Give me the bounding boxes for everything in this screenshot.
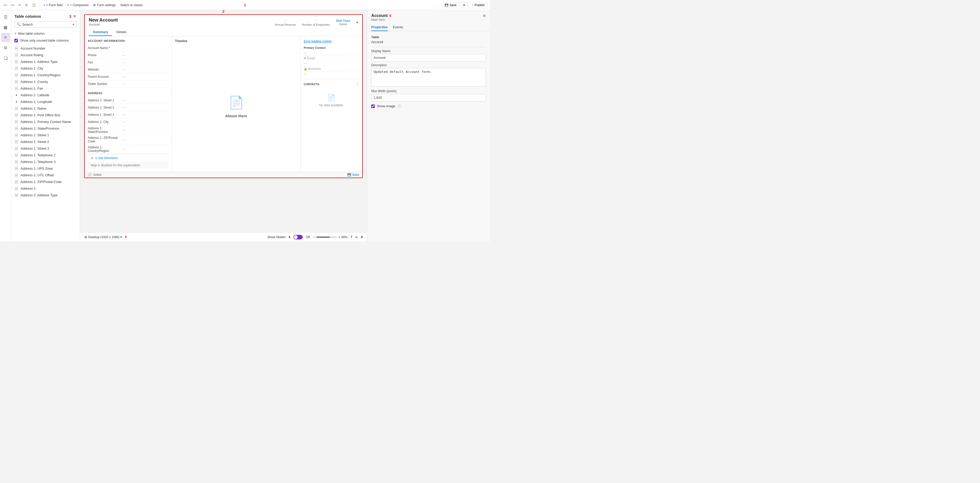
list-item[interactable]: ≡Address 1: State/Province — [11, 125, 80, 132]
form-field-label: + Form field — [46, 3, 63, 7]
form-expand-button[interactable]: ▾ — [356, 20, 358, 24]
list-item[interactable]: ≡Address 1: Country/Region — [11, 72, 80, 78]
props-tab-events[interactable]: Events — [393, 24, 403, 31]
text-icon: ≡ — [14, 66, 19, 70]
form-canvas-wrapper: 2 New Account Account — [84, 14, 363, 178]
list-item[interactable]: ≡Address 2: Address Type — [11, 192, 80, 198]
form-title: New Account — [89, 18, 118, 23]
form-preview-inner[interactable]: 2 New Account Account — [80, 10, 367, 232]
almost-there-text: Almost there — [225, 114, 247, 118]
list-item[interactable]: ≡Address 1: UPS Zone — [11, 165, 80, 172]
component-button[interactable]: + + Component — [65, 2, 91, 8]
form-tabs: Summary Details — [89, 28, 358, 36]
list-item[interactable]: ≡Address 1: Address Type — [11, 58, 80, 65]
sidebar-components-btn[interactable]: ❏ — [1, 53, 10, 63]
filter-icon[interactable]: ▾ — [73, 22, 75, 26]
column-label: Address 1: Name — [21, 107, 46, 110]
owner-link[interactable]: Matt Peart — [336, 19, 350, 22]
tab-details[interactable]: Details — [112, 28, 130, 36]
publish-button[interactable]: ↑ Publish — [469, 2, 488, 8]
save-disk-icon: 💾 — [347, 173, 351, 177]
paste-button[interactable]: 📋 — [30, 2, 38, 8]
text-icon: ≡ — [14, 166, 19, 171]
list-item[interactable]: ≡Account Number — [11, 45, 80, 52]
column-label: Address 1: Street 1 — [21, 133, 49, 137]
info-icon[interactable]: ⓘ — [398, 104, 401, 108]
device-dropdown-icon: ▾ — [120, 235, 122, 239]
text-icon: ≡ — [14, 173, 19, 177]
save-button[interactable]: 💾 Save — [442, 2, 459, 8]
max-width-input[interactable] — [371, 94, 486, 101]
switch-classic-button[interactable]: Switch to classic — [118, 2, 145, 8]
save-dropdown-button[interactable]: ▾ — [460, 2, 468, 8]
field-phone: Phone --- — [88, 52, 169, 59]
description-textarea[interactable]: Updated default Account form. — [371, 68, 486, 86]
list-item[interactable]: ≡Address 1: Street 3 — [11, 145, 80, 152]
zoom-minus-button[interactable]: − — [313, 235, 315, 239]
form-field-button[interactable]: + + Form field — [41, 2, 65, 8]
list-item[interactable]: ≡Address 1: Post Office Box — [11, 112, 80, 118]
search-icon: 🔍 — [17, 22, 21, 26]
list-item[interactable]: ●Address 1: Latitude — [11, 92, 80, 98]
text-icon: ≡ — [14, 53, 19, 57]
redo-button[interactable]: ↪ — [9, 2, 16, 8]
list-item[interactable]: ≡Address 1: Street 2 — [11, 138, 80, 145]
sidebar-columns-btn[interactable]: ≡ — [1, 33, 10, 42]
zoom-plus-button[interactable]: + — [338, 235, 340, 239]
zoom-slider[interactable] — [316, 237, 337, 238]
text-icon: ≡ — [14, 146, 19, 150]
text-icon: ≡ — [14, 86, 19, 90]
list-item[interactable]: ≡Address 1: Telephone 2 — [11, 152, 80, 158]
fit-screen-icon[interactable]: ⊕ — [355, 235, 358, 239]
list-item[interactable]: ≡Address 1: City — [11, 65, 80, 72]
toggle-track[interactable] — [293, 235, 303, 239]
props-close-button[interactable]: ✕ — [482, 13, 486, 18]
undo-button[interactable]: ↩ — [2, 2, 9, 8]
list-item[interactable]: ≡Address 1: ZIP/Postal Code — [11, 179, 80, 185]
new-table-column-button[interactable]: + New table column — [11, 30, 80, 37]
list-item[interactable]: ≡Address 1: UTC Offset — [11, 172, 80, 179]
map-disabled-text: Map is disabled for this organization. — [88, 162, 169, 169]
bottom-red-7: 7 — [351, 235, 353, 239]
device-selector[interactable]: 🖥 Desktop (1920 x 1080) ▾ — [84, 235, 122, 239]
plus-icon-3: + — [14, 31, 16, 35]
new-column-label: New table column — [18, 32, 45, 35]
toggle-switch[interactable] — [293, 235, 303, 239]
account-info-title: ACCOUNT INFORMATION — [88, 39, 169, 42]
cut-button[interactable]: ✂ — [16, 2, 23, 8]
panel-close-button[interactable]: ✕ — [72, 13, 77, 19]
props-subtitle: Main form — [371, 18, 391, 22]
list-item[interactable]: ≡Address 1: Fax — [11, 85, 80, 92]
get-directions-label[interactable]: ⊙ Get Directions — [95, 156, 118, 160]
list-item[interactable]: ●Address 1: Longitude — [11, 98, 80, 105]
list-item[interactable]: ≡Address 1: Telephone 3 — [11, 158, 80, 165]
plus-icon-2: + — [67, 3, 69, 7]
contacts-menu-icon[interactable]: ⋮ — [356, 82, 359, 86]
sidebar-hamburger-btn[interactable]: ☰ — [1, 12, 10, 22]
column-label: Address 1: Address Type — [21, 60, 57, 64]
text-icon: ≡ — [14, 106, 19, 110]
error-link[interactable]: Error loading control — [304, 40, 331, 43]
show-unused-checkbox[interactable] — [14, 39, 18, 42]
list-item[interactable]: ≡Address 1: Street 1 — [11, 132, 80, 138]
sidebar-layers-btn[interactable]: ⧉ — [1, 43, 10, 53]
switch-label: Switch to classic — [120, 3, 143, 7]
column-label: Address 1: Street 2 — [21, 140, 49, 144]
list-item[interactable]: ≡Account Rating — [11, 52, 80, 58]
no-data-area: 📄 No data available. — [304, 88, 359, 113]
tab-summary[interactable]: Summary — [89, 28, 112, 36]
form-save-text[interactable]: Save — [352, 173, 359, 177]
column-label: Address 1: ZIP/Postal Code — [21, 180, 62, 184]
search-input[interactable] — [22, 22, 73, 26]
list-item[interactable]: ≡Address 2 — [11, 185, 80, 192]
show-image-checkbox[interactable] — [371, 104, 375, 108]
form-settings-button[interactable]: ⚙ Form settings — [91, 2, 118, 8]
show-unused-row[interactable]: Show only unused table columns — [11, 37, 80, 44]
copy-button[interactable]: ⎘ — [24, 2, 30, 8]
sidebar-fields-btn[interactable]: ▦ — [1, 22, 10, 32]
list-item[interactable]: ≡Address 1: Primary Contact Name — [11, 118, 80, 125]
list-item[interactable]: ≡Address 1: County — [11, 78, 80, 85]
display-name-input[interactable] — [371, 54, 486, 61]
props-tab-properties[interactable]: Properties — [371, 24, 388, 31]
list-item[interactable]: ≡Address 1: Name — [11, 105, 80, 112]
